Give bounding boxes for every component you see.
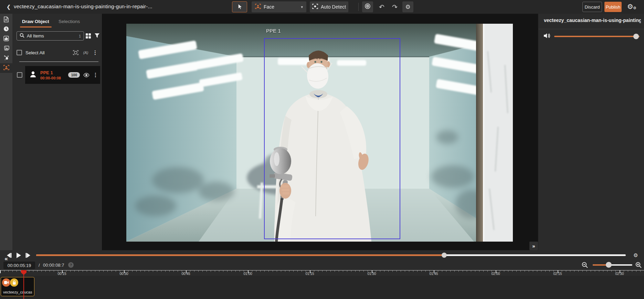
seek-bar[interactable] xyxy=(36,254,626,256)
timeline-zoom-slider[interactable] xyxy=(593,262,632,268)
annotation-label: PPE 1 xyxy=(266,28,281,34)
ruler-label: 00:45 xyxy=(181,272,190,276)
auto-label-icon[interactable]: (A) xyxy=(83,49,89,56)
object-name: PPE 1 xyxy=(40,70,61,75)
target-icon xyxy=(365,3,371,11)
video-badge-icon xyxy=(2,278,10,287)
play-button[interactable] xyxy=(14,251,23,259)
ruler-label: 01:45 xyxy=(429,272,438,276)
clock-icon xyxy=(3,26,9,33)
ruler-label: 01:00 xyxy=(243,272,252,276)
images-icon xyxy=(3,46,9,52)
gear-large-icon: ⚙ xyxy=(627,2,633,11)
objects-panel: Draw Object Selections All Items 1 Selec… xyxy=(12,14,102,250)
zoom-out-icon[interactable] xyxy=(582,262,589,269)
search-input[interactable]: All Items 1 xyxy=(17,31,84,41)
seek-knob[interactable] xyxy=(442,253,447,258)
playhead-line xyxy=(23,271,24,299)
grid-view-icon[interactable] xyxy=(85,33,92,39)
face-scan-icon-active xyxy=(3,65,9,72)
rail-item-face-detection[interactable] xyxy=(0,63,12,73)
playback-settings-gear-icon[interactable]: ⚙ xyxy=(632,251,640,259)
lock-badge-icon xyxy=(10,278,18,287)
rail-item-integrations[interactable] xyxy=(0,54,12,63)
batch-detect-shield-icon[interactable] xyxy=(73,49,79,56)
ruler-label: 01:15 xyxy=(305,272,314,276)
volume-knob[interactable] xyxy=(633,34,639,39)
volume-track xyxy=(554,36,640,37)
zoom-knob[interactable] xyxy=(606,262,612,268)
rail-item-media[interactable] xyxy=(0,44,12,54)
collapse-panel-icon[interactable]: « xyxy=(0,254,12,263)
search-count: 1 xyxy=(79,34,81,38)
time-separator: / xyxy=(39,263,40,268)
target-tracking-button[interactable] xyxy=(362,1,373,12)
confidence-badge: 100 xyxy=(68,72,80,78)
toolbar-divider xyxy=(358,3,359,11)
back-icon[interactable]: ❮ xyxy=(5,3,12,11)
seek-bar-fill xyxy=(36,254,444,256)
panel-divider xyxy=(19,62,98,62)
video-title: vecteezy_caucasian-man-is-using-painting… xyxy=(544,18,641,23)
undo-icon[interactable]: ↶ xyxy=(376,1,387,12)
timeline-tracks: vecteezy_caucas xyxy=(0,276,644,299)
document-title: vecteezy_caucasian-man-is-using-painting… xyxy=(14,3,152,9)
auto-detect-button[interactable]: Auto Detect xyxy=(310,1,348,12)
select-all-checkbox[interactable] xyxy=(17,50,22,55)
step-forward-button[interactable] xyxy=(24,251,32,259)
annotation-bounding-box[interactable] xyxy=(264,38,400,239)
object-card-ppe1[interactable]: PPE 1 00:00-00:08 100 ⋮ xyxy=(25,66,100,84)
publish-button[interactable]: Publish xyxy=(604,2,622,12)
visibility-eye-icon[interactable] xyxy=(83,73,89,77)
select-cursor-tool[interactable] xyxy=(232,1,247,12)
face-scan-icon xyxy=(255,3,261,10)
timeline-ruler[interactable]: 00:15 00:30 00:45 01:00 01:15 01:30 01:4… xyxy=(0,270,644,276)
total-time: 00:00:08:7 xyxy=(43,263,64,268)
search-icon xyxy=(20,33,24,39)
properties-panel: vecteezy_caucasian-man-is-using-painting… xyxy=(538,14,644,250)
help-icon[interactable]: ? xyxy=(68,262,74,268)
cursor-icon xyxy=(236,3,243,11)
zoom-in-icon[interactable] xyxy=(635,262,642,269)
tab-selections[interactable]: Selections xyxy=(59,19,80,24)
ruler-label: 00:30 xyxy=(119,272,128,276)
sprocket-icon xyxy=(3,55,9,62)
expand-panel-icon[interactable]: » xyxy=(529,242,538,250)
chevron-down-icon: ▾ xyxy=(301,5,303,9)
ruler-label: 02:30 xyxy=(615,272,624,276)
active-tab-underline xyxy=(20,26,52,27)
detection-type-dropdown[interactable]: Face ▾ xyxy=(252,1,306,12)
rail-item-document[interactable] xyxy=(0,15,12,25)
object-menu-icon[interactable]: ⋮ xyxy=(93,72,98,78)
time-row: 00:00:05:19 / 00:00:08:7 ? xyxy=(0,261,644,270)
rail-item-analytics[interactable] xyxy=(0,34,12,44)
transport-bar: ⚙ xyxy=(0,250,644,261)
toolbar-settings-gear-icon[interactable]: ⚙ xyxy=(402,1,413,12)
ruler-label: 02:00 xyxy=(491,272,500,276)
speaker-icon[interactable] xyxy=(543,32,551,41)
clip-name: vecteezy_caucas xyxy=(3,290,33,294)
filter-funnel-icon[interactable] xyxy=(94,33,101,39)
volume-row xyxy=(538,29,644,44)
object-checkbox[interactable] xyxy=(17,72,22,78)
video-frame[interactable]: PPE 1 xyxy=(126,24,513,242)
video-clip-item[interactable]: vecteezy_caucas xyxy=(1,277,34,296)
tab-draw-object[interactable]: Draw Object xyxy=(22,19,49,24)
volume-slider[interactable] xyxy=(554,34,640,39)
top-bar: ❮ vecteezy_caucasian-man-is-using-painti… xyxy=(0,0,644,14)
gear-small-icon: ⚙ xyxy=(633,6,636,10)
select-all-menu-icon[interactable]: ⋮ xyxy=(93,49,98,56)
search-value: All Items xyxy=(27,33,76,38)
left-icon-rail: « xyxy=(0,14,12,250)
app-window: ❮ vecteezy_caucasian-man-is-using-painti… xyxy=(0,0,644,299)
person-icon xyxy=(29,70,37,79)
discard-button[interactable]: Discard xyxy=(582,2,602,12)
ruler-label: 01:30 xyxy=(367,272,376,276)
app-settings-gears-icon[interactable]: ⚙ ⚙ xyxy=(626,1,638,12)
redo-icon[interactable]: ↷ xyxy=(389,1,400,12)
detection-type-label: Face xyxy=(264,4,274,10)
rail-item-history[interactable] xyxy=(0,25,12,34)
object-time-range: 00:00-00:08 xyxy=(40,76,61,80)
auto-detect-icon xyxy=(312,3,318,10)
object-list-item: PPE 1 00:00-00:08 100 ⋮ xyxy=(17,66,100,84)
